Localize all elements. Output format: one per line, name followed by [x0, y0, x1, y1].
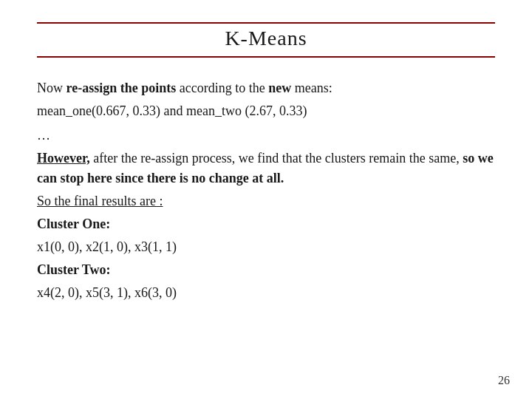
line-reassign: Now re-assign the points according to th…: [37, 78, 495, 98]
final-results-label: So the final results are :: [37, 194, 163, 208]
line-means: mean_one(0.667, 0.33) and mean_two (2.67…: [37, 101, 495, 121]
line-cluster-two-label: Cluster Two:: [37, 260, 495, 280]
line-cluster-two-items: x4(2, 0), x5(3, 1), x6(3, 0): [37, 283, 495, 303]
title-area: K-Means: [37, 22, 495, 58]
line-however: However, after the re-assign process, we…: [37, 149, 495, 188]
however-suffix: after the re-assign process, we find tha…: [90, 151, 463, 166]
line-cluster-one-items: x1(0, 0), x2(1, 0), x3(1, 1): [37, 237, 495, 257]
line1-bold2: new: [268, 81, 291, 95]
title-line-top: [37, 22, 495, 24]
ellipsis: …: [37, 126, 495, 146]
line1-suffix: means:: [291, 81, 332, 95]
line1-bold1: re-assign the points: [66, 81, 177, 95]
cluster-two-label: Cluster Two:: [37, 262, 111, 277]
line1-middle: according to the: [176, 81, 268, 95]
line-final-results: So the final results are :: [37, 191, 495, 211]
page-number: 26: [498, 374, 510, 387]
cluster-one-label: Cluster One:: [37, 216, 110, 231]
slide-title: K-Means: [225, 27, 307, 50]
slide-content: Now re-assign the points according to th…: [37, 71, 495, 303]
line-cluster-one-label: Cluster One:: [37, 214, 495, 234]
however-bold: However,: [37, 151, 90, 166]
title-line-bottom: [37, 56, 495, 58]
line1-prefix: Now: [37, 81, 66, 95]
slide: K-Means Now re-assign the points accordi…: [0, 0, 532, 399]
